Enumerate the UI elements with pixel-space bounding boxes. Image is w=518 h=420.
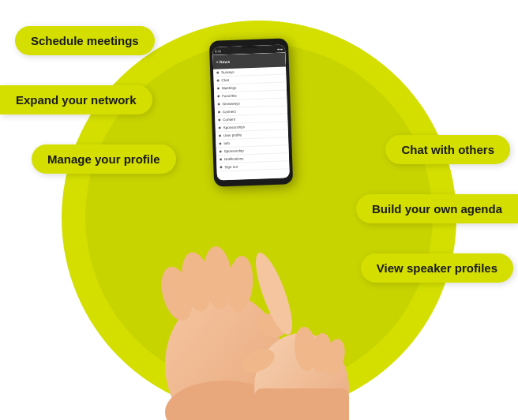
hand-front-svg: [231, 215, 373, 420]
profile-label: Manage your profile: [47, 152, 160, 166]
phone-menu: ≡ News Surveys Chat Meetings Favorites G…: [212, 52, 289, 180]
main-scene: 9:41 ●●● ≡ News Surveys Chat Meetings Fa…: [0, 0, 518, 420]
bubble-chat: Chat with others: [385, 135, 510, 164]
bubble-network: Expand your network: [0, 85, 152, 114]
svg-point-9: [249, 249, 299, 339]
bubble-profile: Manage your profile: [32, 144, 176, 174]
network-label: Expand your network: [16, 93, 137, 107]
svg-rect-8: [254, 388, 349, 420]
chat-label: Chat with others: [401, 143, 494, 156]
bubble-agenda: Build your own agenda: [356, 194, 518, 223]
speaker-label: View speaker profiles: [377, 261, 497, 275]
hand-front: [231, 215, 373, 420]
bubble-schedule: Schedule meetings: [15, 26, 155, 55]
schedule-label: Schedule meetings: [31, 34, 139, 47]
phone-screen: 9:41 ●●● ≡ News Surveys Chat Meetings Fa…: [212, 44, 290, 180]
phone-mockup: 9:41 ●●● ≡ News Surveys Chat Meetings Fa…: [209, 38, 293, 186]
menu-item: Sign out: [216, 161, 289, 171]
agenda-label: Build your own agenda: [372, 202, 502, 216]
bubble-speaker: View speaker profiles: [361, 253, 513, 283]
